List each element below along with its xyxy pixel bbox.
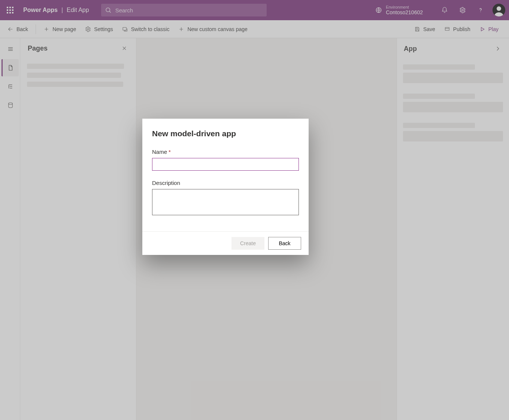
description-field-label: Description	[152, 180, 299, 186]
description-input[interactable]	[152, 189, 299, 215]
dialog-footer: Create Back	[142, 231, 309, 255]
name-input[interactable]	[152, 158, 299, 171]
required-indicator: *	[169, 149, 171, 155]
create-button[interactable]: Create	[231, 237, 264, 250]
dialog-title: New model-driven app	[152, 129, 299, 138]
dialog-back-button[interactable]: Back	[268, 237, 301, 250]
new-app-dialog: New model-driven app Name * Description …	[142, 119, 309, 255]
name-field-label: Name *	[152, 149, 299, 155]
